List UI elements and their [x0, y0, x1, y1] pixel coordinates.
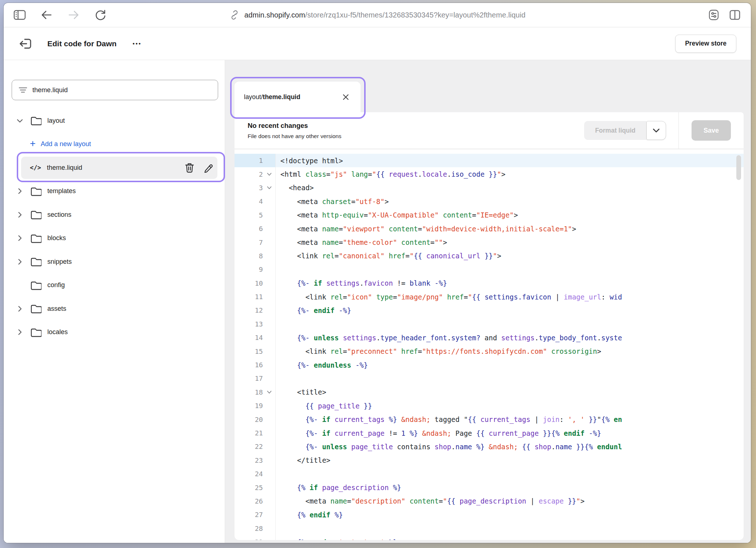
- close-tab-icon[interactable]: [340, 91, 351, 102]
- gutter: 19: [235, 399, 276, 412]
- chevron-down-icon[interactable]: [16, 119, 23, 123]
- sidebar-item-theme-liquid[interactable]: </>theme.liquid: [4, 156, 225, 180]
- code-line-27[interactable]: 27 {% endif %}: [235, 508, 744, 521]
- line-number: 11: [235, 293, 263, 301]
- code-scrollbar[interactable]: [736, 155, 741, 180]
- gutter: 4: [235, 195, 276, 208]
- browser-sidebar-toggle-icon[interactable]: [12, 8, 27, 22]
- split-view-icon[interactable]: [728, 8, 742, 22]
- add-new-layout-button[interactable]: +Add a new layout: [4, 133, 225, 156]
- code-line-11[interactable]: 11 <link rel="icon" type="image/png" hre…: [235, 290, 744, 304]
- line-number: 7: [235, 239, 263, 246]
- code-line-14[interactable]: 14 {%- unless settings.type_header_font.…: [235, 331, 744, 344]
- code-line-5[interactable]: 5 <meta http-equiv="X-UA-Compatible" con…: [235, 208, 744, 222]
- file-filter-box[interactable]: [12, 80, 218, 100]
- browser-window: admin.shopify.com/store/rzq1xu-f5/themes…: [4, 3, 751, 543]
- link-icon: [229, 8, 240, 22]
- code-line-3[interactable]: 3 <head>: [235, 181, 744, 195]
- format-options-dropdown[interactable]: [646, 121, 666, 140]
- code-line-18[interactable]: 18 <title>: [235, 385, 744, 399]
- code-line-2[interactable]: 2<html class="js" lang="{{ request.local…: [235, 167, 744, 181]
- gutter: 13: [235, 317, 276, 331]
- code-line-22[interactable]: 22 {%- unless page_title contains shop.n…: [235, 440, 744, 453]
- code-line-13[interactable]: 13: [235, 317, 744, 331]
- tab-theme-liquid[interactable]: layout/theme.liquid: [235, 82, 361, 112]
- code-line-12[interactable]: 12 {%- endif -%}: [235, 304, 744, 317]
- code-line-26[interactable]: 26 <meta name="description" content="{{ …: [235, 494, 744, 508]
- line-number: 16: [235, 361, 263, 369]
- gutter: 7: [235, 235, 276, 249]
- code-line-15[interactable]: 15 <link rel="preconnect" href="https://…: [235, 344, 744, 358]
- save-button[interactable]: Save: [692, 120, 731, 141]
- sidebar-folder-assets[interactable]: assets: [4, 297, 225, 321]
- code-line-6[interactable]: 6 <meta name="viewport" content="width=d…: [235, 222, 744, 235]
- code-text: {%- if settings.favicon != blank -%}: [276, 279, 447, 287]
- code-text: {%- endunless -%}: [276, 361, 368, 369]
- fold-toggle-icon[interactable]: [263, 173, 275, 176]
- forward-icon[interactable]: [66, 8, 81, 22]
- chevron-down-icon: [653, 128, 660, 133]
- code-line-24[interactable]: 24: [235, 467, 744, 481]
- format-liquid-button-group: Format liquid: [584, 121, 666, 140]
- sidebar-folder-config[interactable]: config: [4, 274, 225, 297]
- code-text: <meta name="viewport" content="width=dev…: [276, 225, 576, 233]
- file-filter-input[interactable]: [32, 86, 211, 94]
- fold-toggle-icon[interactable]: [263, 391, 275, 394]
- address-bar[interactable]: admin.shopify.com/store/rzq1xu-f5/themes…: [229, 3, 525, 27]
- code-line-1[interactable]: 1<!doctype html>: [235, 154, 744, 167]
- code-text: {% endif %}: [276, 511, 343, 519]
- code-area[interactable]: 1<!doctype html>2<html class="js" lang="…: [235, 149, 744, 540]
- fold-toggle-icon[interactable]: [263, 186, 275, 189]
- back-icon[interactable]: [39, 8, 54, 22]
- rename-file-icon[interactable]: [203, 162, 214, 173]
- code-line-9[interactable]: 9: [235, 263, 744, 276]
- gutter: 15: [235, 344, 276, 358]
- url-path: /store/rzq1xu-f5/themes/132683530345?key…: [305, 11, 525, 19]
- sidebar-folder-blocks[interactable]: blocks: [4, 227, 225, 250]
- gutter: 21: [235, 426, 276, 440]
- code-text: <link rel="canonical" href="{{ canonical…: [276, 252, 501, 260]
- code-line-23[interactable]: 23 </title>: [235, 454, 744, 467]
- code-line-16[interactable]: 16 {%- endunless -%}: [235, 358, 744, 372]
- line-number: 27: [235, 511, 263, 518]
- chevron-right-icon[interactable]: [16, 306, 23, 312]
- chevron-right-icon[interactable]: [16, 235, 23, 241]
- sidebar-folder-sections[interactable]: sections: [4, 203, 225, 227]
- chevron-right-icon[interactable]: [16, 212, 23, 218]
- code-text: {%- if current_page != 1 %} &ndash; Page…: [276, 429, 601, 437]
- code-line-25[interactable]: 25 {% if page_description %}: [235, 481, 744, 494]
- code-line-21[interactable]: 21 {%- if current_page != 1 %} &ndash; P…: [235, 426, 744, 440]
- code-line-28[interactable]: 28: [235, 522, 744, 535]
- code-line-8[interactable]: 8 <link rel="canonical" href="{{ canonic…: [235, 249, 744, 263]
- app-header: Edit code for Dawn ••• Preview store: [4, 27, 751, 60]
- gutter: 16: [235, 358, 276, 372]
- code-line-20[interactable]: 20 {%- if current_tags %} &ndash; tagged…: [235, 412, 744, 426]
- sidebar-folder-layout[interactable]: layout: [4, 109, 225, 133]
- chevron-right-icon[interactable]: [16, 329, 23, 335]
- more-actions-button[interactable]: •••: [133, 40, 142, 47]
- reload-icon[interactable]: [93, 8, 108, 22]
- exit-editor-icon[interactable]: [18, 36, 33, 51]
- sidebar-folder-locales[interactable]: locales: [4, 321, 225, 344]
- format-liquid-button[interactable]: Format liquid: [584, 121, 646, 140]
- code-line-17[interactable]: 17: [235, 372, 744, 385]
- chevron-right-icon[interactable]: [16, 188, 23, 194]
- chevron-right-icon[interactable]: [16, 259, 23, 265]
- sidebar-folder-templates[interactable]: templates: [4, 180, 225, 203]
- folder-icon: [30, 304, 42, 314]
- code-text: <meta name="theme-color" content="">: [276, 238, 447, 246]
- code-line-4[interactable]: 4 <meta charset="utf-8">: [235, 195, 744, 208]
- sidebar-folder-snippets[interactable]: snippets: [4, 250, 225, 274]
- gutter: 2: [235, 167, 276, 181]
- gutter: 17: [235, 372, 276, 385]
- preview-store-button[interactable]: Preview store: [675, 35, 736, 53]
- page-settings-icon[interactable]: [706, 8, 721, 22]
- code-line-19[interactable]: 19 {{ page_title }}: [235, 399, 744, 412]
- gutter: 25: [235, 481, 276, 494]
- editor-tab-bar: layout/theme.liquid: [225, 60, 751, 112]
- code-line-29[interactable]: 29 {% render 'meta-tags' %}: [235, 535, 744, 540]
- delete-file-icon[interactable]: [184, 162, 195, 173]
- code-line-10[interactable]: 10 {%- if settings.favicon != blank -%}: [235, 277, 744, 290]
- code-line-7[interactable]: 7 <meta name="theme-color" content="">: [235, 235, 744, 249]
- folder-icon: [30, 327, 42, 337]
